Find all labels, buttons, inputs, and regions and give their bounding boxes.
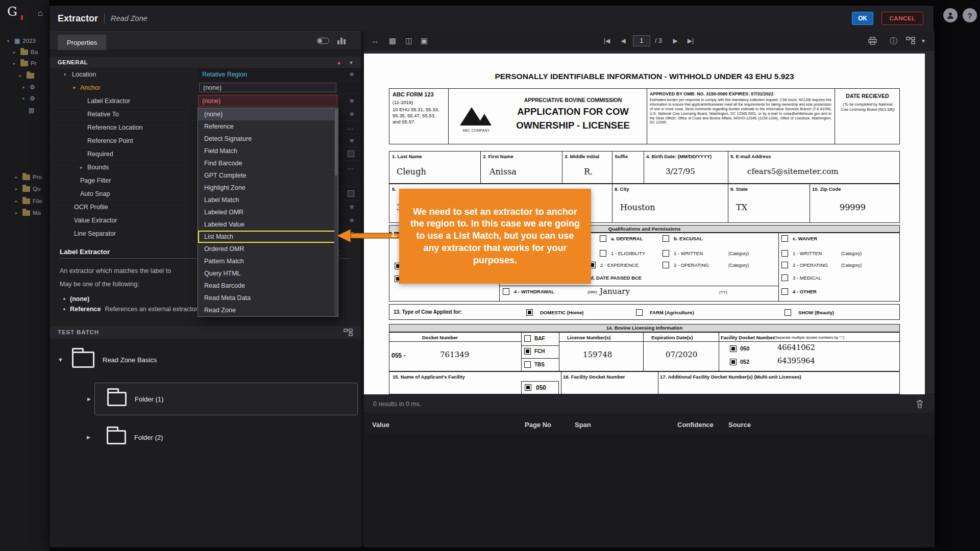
more-icon[interactable]: … [347,161,354,174]
divider [499,286,778,286]
property-row-anchor[interactable]: ▾ Anchor (none) [50,81,361,94]
fit-width-icon[interactable]: ↔ [368,31,382,51]
label-extractor-input[interactable]: (none) [198,95,337,107]
dropdown-item-reference[interactable]: Reference [198,120,338,133]
dropdown-item-ordered-omr[interactable]: Ordered OMR [198,243,338,255]
hierarchy-icon[interactable] [344,329,353,336]
caret-right-icon[interactable]: ▸ [15,199,20,204]
pages-icon[interactable]: ◫ [402,31,416,51]
caret-right-icon[interactable]: ▸ [80,161,83,174]
menu-icon[interactable]: ≡ [350,68,354,81]
column-header[interactable]: Page No [525,421,551,429]
batch-folder-1[interactable]: ► Folder (1) [94,383,358,415]
more-icon[interactable]: … [347,121,354,134]
profile-icon[interactable] [943,8,958,22]
column-header[interactable]: Source [728,421,751,429]
tree-item-qu[interactable]: ▸ Qu [15,185,40,193]
chevron-down-icon[interactable]: ▾ [350,60,353,65]
dropdown-item-query-html[interactable]: Query HTML [198,267,338,280]
dropdown-item-pattern-match[interactable]: Pattern Match [198,255,338,267]
caret-down-icon[interactable]: ▾ [73,81,76,94]
caret-down-icon[interactable]: ▾ [22,96,27,101]
dropdown-item-detect-signature[interactable]: Detect Signature [198,133,338,145]
dropdown-item-label-match[interactable]: Label Match [198,194,338,206]
caret-down-icon[interactable]: ▾ [22,85,27,90]
document-viewer: ↔ ▦ ◫ ▣ |◀ ◀ / 3 ▶ ▶| ⓘ ▾ PERSONALLY IDE… [364,31,935,547]
dropdown-item-field-match[interactable]: Field Match [198,145,338,157]
menu-icon[interactable]: ≡ [350,201,354,214]
column-header[interactable]: Value [372,421,389,429]
location-value[interactable]: Relative Region [202,68,247,81]
page-number-input[interactable] [633,35,650,46]
tri-right-icon[interactable]: ► [86,434,93,440]
batch-folder-2[interactable]: ► Folder (2) [94,421,358,454]
caret-right-icon[interactable]: ▸ [13,61,18,66]
dropdown-item-highlight-zone[interactable]: Highlight Zone [198,182,338,194]
dropdown-item-none[interactable]: (none) [198,108,338,120]
tree-item-folder[interactable]: ▸ [19,71,34,80]
batch-root-read-zone-basics[interactable]: ▼ Read Zone Basics [50,344,361,375]
tree-item-ba[interactable]: ▸ Ba [13,48,38,56]
caret-right-icon[interactable]: ▸ [15,187,20,191]
dropdown-item-list-match[interactable]: List Match [198,231,338,243]
columns-view-icon[interactable] [337,37,346,44]
dropdown-item-labeled-value[interactable]: Labeled Value [198,218,338,231]
menu-icon[interactable]: ≡ [350,108,354,121]
caret-down-icon[interactable]: ▾ [64,68,66,81]
app-logo[interactable]: G [7,4,24,21]
dropdown-item-read-meta-data[interactable]: Read Meta Data [198,292,338,304]
dropdown-item-gpt-complete[interactable]: GPT Complete [198,169,338,182]
omb-burden-text: Estimated burden per response to comply … [650,98,831,125]
next-page-icon[interactable]: ▶ [668,31,682,51]
tree-item-gear-1[interactable]: ▾ ⚙ [22,83,35,91]
property-row-location[interactable]: ▾ Location Relative Region ≡ [50,68,361,81]
first-page-icon[interactable]: |◀ [600,31,614,51]
tree-item-ma[interactable]: ▸ Ma [15,209,41,217]
anchor-value-input[interactable]: (none) [199,83,336,92]
column-header[interactable]: Confidence [677,421,714,429]
tri-right-icon[interactable]: ► [86,396,93,402]
caret-right-icon[interactable]: ▸ [15,175,20,180]
menu-icon[interactable]: ≡ [350,94,354,108]
cancel-button[interactable]: CANCEL [881,12,923,25]
dropdown-item-read-barcode[interactable]: Read Barcode [198,280,338,292]
dropdown-item-labeled-omr[interactable]: Labeled OMR [198,206,338,218]
toggle-view-icon[interactable] [317,38,329,44]
tree-item-2023[interactable]: ▾ ▦ 2023 [7,37,36,45]
dropdown-item-find-barcode[interactable]: Find Barcode [198,157,338,169]
caret-right-icon[interactable]: ▸ [13,50,18,55]
checkbox-icon[interactable] [348,190,354,197]
menu-icon[interactable]: ≡ [350,214,354,227]
tab-properties[interactable]: Properties [58,35,106,50]
chevron-down-icon[interactable]: ▾ [916,31,930,51]
dropdown-item-read-zone[interactable]: Read Zone [198,304,338,316]
checkbox-icon[interactable] [348,151,354,157]
hierarchy-view-icon[interactable] [906,37,915,44]
caret-right-icon[interactable]: ▸ [15,211,20,215]
tree-item-doc[interactable]: ▤ [29,106,34,114]
tree-item-pro[interactable]: ▸ Pro [15,173,42,181]
section-general[interactable]: GENERAL ▲ ▾ [50,57,361,68]
info-icon[interactable]: ⓘ [887,31,901,51]
property-row-label-extractor[interactable]: Label Extractor (none) ≡ [50,94,361,108]
form-number: ABC FORM 123 [393,91,434,97]
ok-button[interactable]: OK [852,12,873,25]
home-icon[interactable]: ⌂ [38,8,43,18]
doc-row-15: 15. Name of Applicant's Facility 16. Fac… [389,371,900,394]
thumbnails-icon[interactable]: ▦ [385,31,400,51]
tri-down-icon[interactable]: ▼ [58,357,65,363]
tree-item-gear-2[interactable]: ▾ ⚙ [22,94,35,103]
tree-item-pr[interactable]: ▸ Pr [13,59,37,67]
prev-page-icon[interactable]: ◀ [616,31,630,51]
clear-results-icon[interactable] [916,399,923,408]
caret-down-icon[interactable]: ▾ [7,39,12,43]
image-view-icon[interactable]: ▣ [417,31,431,51]
last-page-icon[interactable]: ▶| [683,31,698,51]
menu-icon[interactable]: ≡ [350,134,354,147]
help-icon[interactable]: ? [963,8,977,22]
dropdown-scrollbar[interactable] [334,108,338,316]
print-icon[interactable] [868,37,877,45]
column-header[interactable]: Span [575,421,591,429]
caret-right-icon[interactable]: ▸ [19,73,24,78]
tree-item-file[interactable]: ▸ File [15,197,42,205]
